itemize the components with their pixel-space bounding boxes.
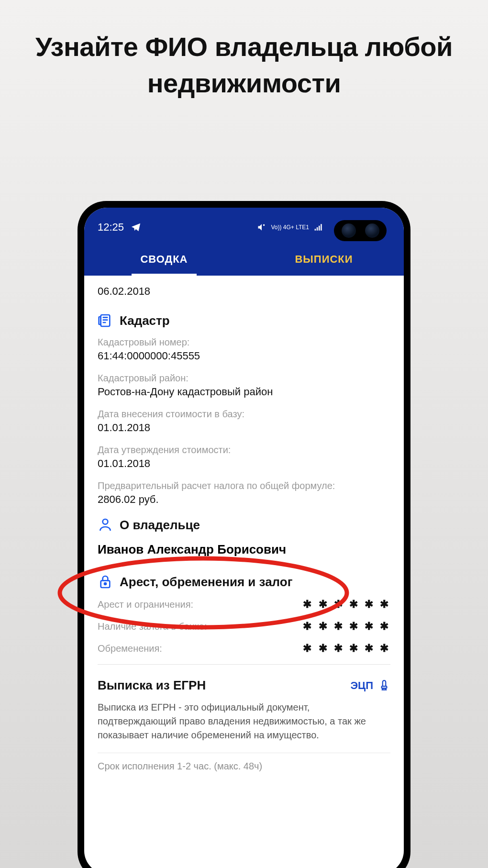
app-topbar: 12:25 Vo)) 4G+ LTE1 СВОДКА ВЫПИСКИ: [84, 208, 404, 276]
camera-lens-icon: [342, 223, 356, 238]
section-liens-head: Арест, обременения и залог: [98, 574, 390, 590]
label: Арест и ограничения:: [98, 599, 193, 610]
field-cost-approve-date: Дата утверждения стоимости: 01.01.2018: [98, 445, 390, 470]
promo-headline: Узнайте ФИО владельца любой недвижимости: [0, 0, 488, 101]
row-encumbrance: Обременения: ✱ ✱ ✱ ✱ ✱ ✱: [98, 642, 390, 655]
svg-rect-5: [382, 686, 387, 688]
masked-value: ✱ ✱ ✱ ✱ ✱ ✱: [303, 598, 390, 611]
scroll-content[interactable]: 06.02.2018 Кадастр Кадастровый номер: 61…: [84, 276, 404, 772]
field-cadastre-number: Кадастровый номер: 61:44:0000000:45555: [98, 337, 390, 362]
value: 01.01.2018: [98, 422, 390, 434]
tab-extracts[interactable]: ВЫПИСКИ: [244, 243, 404, 276]
label: Обременения:: [98, 643, 162, 654]
svg-rect-1: [99, 317, 101, 324]
telegram-icon: [131, 222, 141, 233]
person-icon: [98, 517, 113, 533]
signal-icon: [314, 223, 323, 232]
masked-value: ✱ ✱ ✱ ✱ ✱ ✱: [303, 642, 390, 655]
row-arrest: Арест и ограничения: ✱ ✱ ✱ ✱ ✱ ✱: [98, 598, 390, 611]
section-owner-title: О владельце: [120, 518, 200, 533]
front-camera-cluster: [334, 220, 387, 241]
label: Кадастровый номер:: [98, 337, 390, 348]
phone-screen: 12:25 Vo)) 4G+ LTE1 СВОДКА ВЫПИСКИ 06.02…: [84, 208, 404, 868]
section-cadastre-head: Кадастр: [98, 313, 390, 328]
egrn-signature-badge[interactable]: ЭЦП: [350, 679, 390, 692]
svg-point-4: [104, 583, 106, 585]
label: Кадастровый район:: [98, 373, 390, 384]
owner-full-name: Иванов Александр Борисович: [98, 542, 390, 557]
label: Дата утверждения стоимости:: [98, 445, 390, 456]
value: 01.01.2018: [98, 457, 390, 470]
svg-point-2: [103, 519, 108, 524]
label: Наличие залога в банке:: [98, 621, 207, 632]
egrn-title: Выписка из ЕГРН: [98, 678, 206, 693]
field-cost-entry-date: Дата внесения стоимости в базу: 01.01.20…: [98, 409, 390, 434]
camera-lens-icon: [365, 223, 379, 238]
egrn-description: Выписка из ЕГРН - это официальный докуме…: [98, 701, 390, 742]
tab-summary[interactable]: СВОДКА: [84, 243, 244, 276]
tab-bar: СВОДКА ВЫПИСКИ: [84, 243, 404, 276]
top-date: 06.02.2018: [98, 285, 390, 298]
section-liens-title: Арест, обременения и залог: [120, 575, 292, 590]
stamp-icon: [378, 679, 390, 692]
phone-mock: 12:25 Vo)) 4G+ LTE1 СВОДКА ВЫПИСКИ 06.02…: [78, 201, 410, 868]
mute-icon: [257, 223, 266, 232]
egrn-time-hint: Срок исполнения 1-2 час. (макс. 48ч): [98, 753, 390, 772]
value: 61:44:0000000:45555: [98, 350, 390, 362]
masked-value: ✱ ✱ ✱ ✱ ✱ ✱: [303, 620, 390, 633]
field-tax-calc: Предварительный расчет налога по общей ф…: [98, 480, 390, 506]
egrn-head: Выписка из ЕГРН ЭЦП: [98, 678, 390, 693]
section-owner-head: О владельце: [98, 517, 390, 533]
divider: [98, 664, 390, 665]
status-time: 12:25: [98, 221, 124, 234]
label: Дата внесения стоимости в базу:: [98, 409, 390, 420]
row-pledge: Наличие залога в банке: ✱ ✱ ✱ ✱ ✱ ✱: [98, 620, 390, 633]
field-cadastre-district: Кадастровый район: Ростов-на-Дону кадаст…: [98, 373, 390, 398]
value: Ростов-на-Дону кадастровый район: [98, 386, 390, 398]
label: Предварительный расчет налога по общей ф…: [98, 480, 390, 491]
lock-icon: [98, 574, 113, 590]
section-cadastre-title: Кадастр: [120, 313, 170, 328]
value: 2806.02 руб.: [98, 493, 390, 506]
document-icon: [98, 313, 113, 328]
status-network-label: Vo)) 4G+ LTE1: [271, 224, 309, 230]
egrn-badge-text: ЭЦП: [350, 679, 373, 692]
